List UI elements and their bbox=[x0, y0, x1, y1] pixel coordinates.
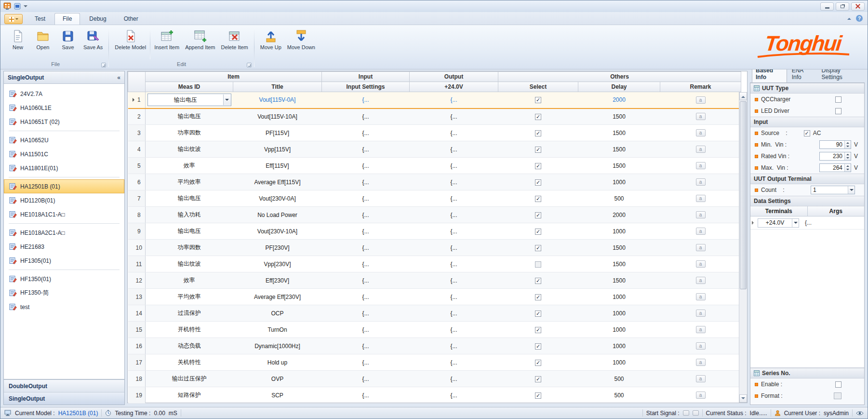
meas-id-cell[interactable]: 过流保护 bbox=[146, 305, 233, 322]
select-checkbox[interactable] bbox=[535, 261, 541, 268]
terminal-dropdown[interactable]: +24.0V bbox=[758, 218, 799, 228]
title-cell[interactable]: Vout[230V-0A] bbox=[233, 190, 322, 207]
row-number-cell[interactable]: 2 bbox=[128, 108, 146, 125]
output-cell[interactable]: {... bbox=[410, 322, 498, 338]
model-list-item[interactable]: HA10651T (02) bbox=[4, 115, 124, 129]
row-number-cell[interactable]: 5 bbox=[128, 158, 146, 174]
quick-access-dropdown-icon[interactable] bbox=[24, 5, 27, 9]
select-cell[interactable] bbox=[498, 223, 578, 240]
select-cell[interactable] bbox=[498, 190, 578, 207]
title-cell[interactable]: Eff[230V] bbox=[233, 272, 322, 289]
meas-id-cell[interactable]: 输入功耗 bbox=[146, 207, 233, 223]
spinner-arrows-icon[interactable] bbox=[844, 141, 851, 149]
select-checkbox[interactable] bbox=[535, 147, 541, 153]
meas-id-cell[interactable]: 输出电压 bbox=[146, 223, 233, 240]
meas-id-cell[interactable]: 输出电压 bbox=[146, 190, 233, 207]
meas-id-cell[interactable]: 输出纹波 bbox=[146, 141, 233, 158]
select-cell[interactable] bbox=[498, 141, 578, 158]
select-checkbox[interactable] bbox=[535, 343, 541, 350]
remark-cell[interactable]: a bbox=[660, 125, 741, 141]
row-number-cell[interactable]: 9 bbox=[128, 223, 146, 240]
scroll-up-button[interactable] bbox=[739, 92, 747, 100]
remark-cell[interactable]: a bbox=[660, 240, 741, 256]
row-number-cell[interactable]: 15 bbox=[128, 322, 146, 338]
remark-cell[interactable]: a bbox=[660, 305, 741, 322]
input-settings-cell[interactable]: {... bbox=[322, 141, 410, 158]
count-dropdown[interactable]: 1 bbox=[811, 186, 855, 194]
input-settings-cell[interactable]: {... bbox=[322, 240, 410, 256]
meas-id-cell[interactable]: 输出纹波 bbox=[146, 256, 233, 272]
move-down-button[interactable]: Move Down bbox=[284, 27, 318, 61]
remark-cell[interactable]: a bbox=[660, 371, 741, 387]
title-cell[interactable]: No Load Power bbox=[233, 207, 322, 223]
source-ac-checkbox[interactable] bbox=[804, 130, 810, 136]
output-cell[interactable]: {... bbox=[410, 338, 498, 354]
delay-cell[interactable]: 1500 bbox=[578, 158, 660, 174]
meas-id-cell[interactable]: 关机特性 bbox=[146, 354, 233, 371]
title-cell[interactable]: Vout[115V-0A] bbox=[233, 92, 322, 108]
meas-id-cell[interactable]: 功率因数 bbox=[146, 240, 233, 256]
table-row[interactable]: 11 输出纹波 Vpp[230V] { bbox=[128, 256, 741, 272]
output-cell[interactable]: {... bbox=[410, 305, 498, 322]
panel-single-output[interactable]: SingleOutput bbox=[4, 392, 124, 405]
row-number-cell[interactable]: 7 bbox=[128, 190, 146, 207]
model-list-item[interactable]: HA10652U bbox=[4, 133, 124, 147]
select-checkbox[interactable] bbox=[535, 179, 541, 186]
meas-id-cell[interactable]: 效率 bbox=[146, 158, 233, 174]
table-row[interactable]: 19 短路保护 SCP {... bbox=[128, 387, 741, 404]
remark-button[interactable]: a bbox=[696, 96, 706, 104]
row-number-cell[interactable]: 4 bbox=[128, 141, 146, 158]
remark-button[interactable]: a bbox=[696, 178, 706, 186]
remark-button[interactable]: a bbox=[696, 129, 706, 136]
model-list-item[interactable]: HD1120B(01) bbox=[4, 193, 124, 207]
scrollbar-track[interactable] bbox=[739, 100, 747, 394]
title-cell[interactable]: PF[230V] bbox=[233, 240, 322, 256]
delay-cell[interactable]: 2000 bbox=[578, 207, 660, 223]
series-format-input[interactable] bbox=[834, 392, 841, 399]
input-settings-cell[interactable]: {... bbox=[322, 207, 410, 223]
table-row[interactable]: 5 效率 Eff[115V] {... bbox=[128, 158, 741, 174]
row-number-cell[interactable]: 14 bbox=[128, 305, 146, 322]
close-button[interactable] bbox=[851, 2, 865, 11]
delay-cell[interactable]: 2000 bbox=[578, 92, 660, 108]
row-number-cell[interactable]: 18 bbox=[128, 371, 146, 387]
meas-id-cell[interactable]: 动态负载 bbox=[146, 338, 233, 354]
row-number-cell[interactable]: 8 bbox=[128, 207, 146, 223]
title-cell[interactable]: Vout[115V-10A] bbox=[233, 108, 322, 125]
output-cell[interactable]: {... bbox=[410, 256, 498, 272]
row-number-cell[interactable]: 1 bbox=[128, 92, 146, 108]
meas-id-cell[interactable]: 输出电压 bbox=[146, 108, 233, 125]
select-cell[interactable] bbox=[498, 125, 578, 141]
input-settings-cell[interactable]: {... bbox=[322, 322, 410, 338]
select-checkbox[interactable] bbox=[535, 212, 541, 218]
title-cell[interactable]: OVP bbox=[233, 371, 322, 387]
title-cell[interactable]: Average Eff[115V] bbox=[233, 174, 322, 190]
select-cell[interactable] bbox=[498, 354, 578, 371]
title-cell[interactable]: Vpp[115V] bbox=[233, 141, 322, 158]
ds-row[interactable]: +24.0V {... bbox=[750, 216, 864, 230]
input-settings-cell[interactable]: {... bbox=[322, 223, 410, 240]
output-cell[interactable]: {... bbox=[410, 289, 498, 305]
model-list-item[interactable]: HE1018A2C1-A□ bbox=[4, 226, 124, 240]
row-number-cell[interactable]: 17 bbox=[128, 354, 146, 371]
meas-id-cell[interactable]: 平均效率 bbox=[146, 289, 233, 305]
remark-cell[interactable]: a bbox=[660, 272, 741, 289]
table-row[interactable]: 7 输出电压 Vout[230V-0A] bbox=[128, 190, 741, 207]
select-cell[interactable] bbox=[498, 158, 578, 174]
remark-button[interactable]: a bbox=[696, 113, 706, 120]
new-button[interactable]: New bbox=[5, 27, 30, 61]
title-cell[interactable]: OCP bbox=[233, 305, 322, 322]
series-enable-checkbox[interactable] bbox=[835, 381, 841, 388]
table-row[interactable]: 15 开机特性 TurnOn {... bbox=[128, 322, 741, 338]
rated-vin-spinner[interactable]: 230 bbox=[819, 152, 851, 161]
input-settings-cell[interactable]: {... bbox=[322, 108, 410, 125]
table-row[interactable]: 17 关机特性 Hold up {.. bbox=[128, 354, 741, 371]
col-header-remark[interactable]: Remark bbox=[660, 82, 741, 92]
select-cell[interactable] bbox=[498, 338, 578, 354]
remark-cell[interactable]: a bbox=[660, 387, 741, 404]
table-row[interactable]: 6 平均效率 Average Eff[115V] bbox=[128, 174, 741, 190]
delay-cell[interactable]: 1000 bbox=[578, 223, 660, 240]
title-cell[interactable]: Hold up bbox=[233, 354, 322, 371]
title-cell[interactable]: Vpp[230V] bbox=[233, 256, 322, 272]
title-cell[interactable]: TurnOn bbox=[233, 322, 322, 338]
